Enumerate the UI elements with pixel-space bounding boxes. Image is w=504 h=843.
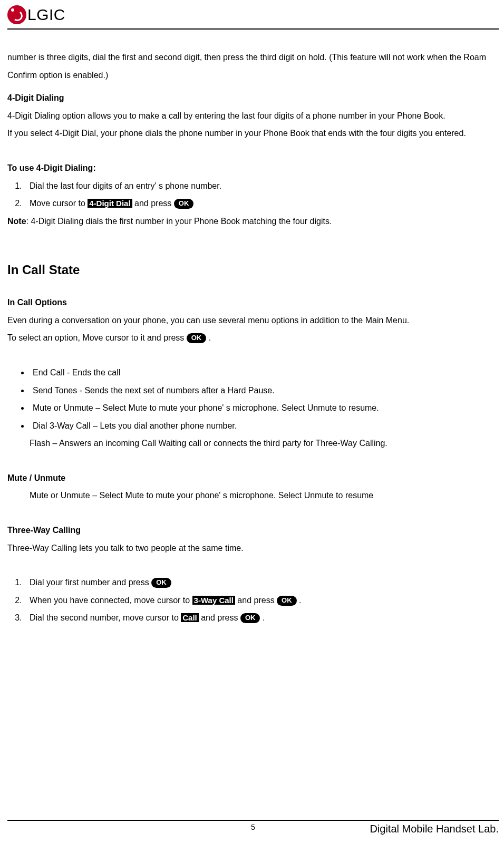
body-text: Mute or Unmute – Select Mute to mute you… — [7, 487, 499, 505]
document-body: number is three digits, dial the first a… — [7, 32, 499, 820]
ordered-list: Dial your first number and press OK When… — [7, 574, 499, 627]
list-item: Dial 3-Way Call – Lets you dial another … — [30, 417, 499, 435]
list-item: When you have connected, move cursor to … — [24, 592, 499, 609]
header-divider — [7, 28, 499, 30]
body-text: Even during a conversation on your phone… — [7, 312, 499, 330]
page-header: LGIC — [7, 5, 499, 24]
section-heading-three-way: Three-Way Calling — [7, 521, 499, 539]
ok-button-icon: OK — [174, 199, 194, 209]
section-heading-in-call-options: In Call Options — [7, 294, 499, 312]
section-heading-mute: Mute / Unmute — [7, 469, 499, 487]
list-item: Dial the second number, move cursor to C… — [24, 609, 499, 627]
logo-text: LGIC — [27, 6, 65, 24]
footer-right-text: Digital Mobile Handset Lab. — [370, 823, 499, 835]
list-item-text: and press — [132, 199, 174, 208]
list-item-text: . — [263, 613, 265, 622]
ok-button-icon: OK — [151, 578, 171, 588]
list-item-text: and press — [235, 596, 277, 605]
body-text: To select an option, Move cursor to it a… — [7, 333, 187, 342]
footer-divider — [7, 820, 499, 821]
menu-pill-4digit: 4-Digit Dial — [88, 199, 132, 208]
page-footer: 5 Digital Mobile Handset Lab. — [7, 823, 499, 838]
list-item: Mute or Unmute – Select Mute to mute you… — [30, 399, 499, 417]
section-heading-in-call-state: In Call State — [7, 256, 499, 284]
list-item-text: Mute or Unmute – Select Mute to mute you… — [33, 403, 379, 412]
section-heading-4digit: 4-Digit Dialing — [7, 89, 499, 107]
list-item: Dial your first number and press OK — [24, 574, 499, 592]
list-item-text: and press — [199, 613, 240, 622]
ok-button-icon: OK — [240, 613, 260, 623]
list-item-text: Dial your first number and press — [30, 578, 151, 587]
list-item-text: Dial the second number, move cursor to — [30, 613, 181, 622]
list-item: Send Tones - Sends the next set of numbe… — [30, 382, 499, 400]
bullet-list: End Call - Ends the call Send Tones - Se… — [7, 364, 499, 434]
note-label: Note — [7, 217, 26, 226]
page-number: 5 — [251, 823, 255, 831]
ok-button-icon: OK — [187, 333, 207, 343]
list-item-text: Dial the last four digits of an entry' s… — [30, 181, 221, 190]
intro-paragraph: number is three digits, dial the first a… — [7, 49, 499, 84]
list-item-text: End Call - Ends the call — [33, 368, 120, 377]
body-text: To select an option, Move cursor to it a… — [7, 329, 499, 347]
note-text: : 4-Digit Dialing dials the first number… — [26, 217, 332, 226]
list-item: End Call - Ends the call — [30, 364, 499, 382]
body-text: Three-Way Calling lets you talk to two p… — [7, 539, 499, 557]
flash-line: Flash – Answers an incoming Call Waiting… — [7, 434, 499, 452]
ordered-list: Dial the last four digits of an entry' s… — [7, 177, 499, 212]
menu-pill-3way: 3-Way Call — [192, 596, 235, 605]
section-heading-to-use: To use 4-Digit Dialing: — [7, 159, 499, 177]
lg-logo-icon — [7, 5, 26, 24]
list-item: Move cursor to 4-Digit Dial and press OK — [24, 195, 499, 212]
list-item-text: . — [299, 596, 301, 605]
note-line: Note: 4-Digit Dialing dials the first nu… — [7, 212, 499, 230]
list-item: Dial the last four digits of an entry' s… — [24, 177, 499, 195]
list-item-text: Move cursor to — [30, 199, 88, 208]
body-text: . — [209, 333, 211, 342]
body-text: If you select 4-Digit Dial, your phone d… — [7, 124, 499, 142]
list-item-text: Send Tones - Sends the next set of numbe… — [33, 386, 275, 395]
list-item-text: When you have connected, move cursor to — [30, 596, 192, 605]
ok-button-icon: OK — [277, 596, 297, 606]
menu-pill-call: Call — [181, 613, 199, 622]
list-item-text: Dial 3-Way Call – Lets you dial another … — [33, 421, 237, 430]
body-text: 4-Digit Dialing option allows you to mak… — [7, 107, 499, 125]
